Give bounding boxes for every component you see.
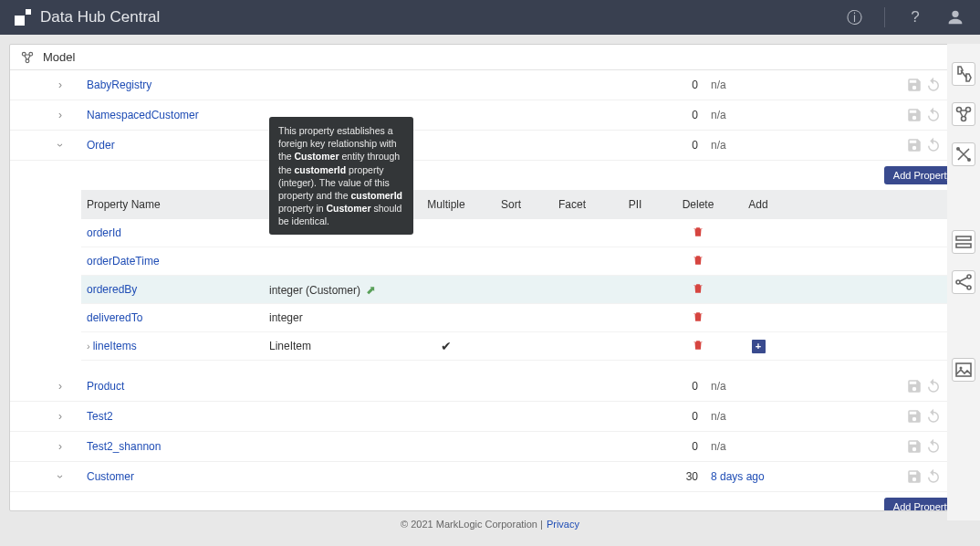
entity-count: 0	[671, 139, 698, 152]
save-icon	[906, 438, 923, 455]
trash-icon[interactable]	[692, 226, 704, 238]
user-icon[interactable]	[945, 7, 965, 27]
entity-name[interactable]: Product	[87, 380, 124, 393]
footer-copyright: © 2021 MarkLogic Corporation |	[401, 519, 543, 530]
chevron-right-icon[interactable]: ›	[54, 79, 67, 91]
entity-row: › Product 0 n/a	[10, 372, 970, 402]
property-name[interactable]: orderedBy	[81, 283, 264, 296]
trash-icon[interactable]	[692, 282, 704, 295]
sidebar-tool-grid-icon[interactable]	[952, 230, 975, 254]
svg-point-11	[967, 275, 971, 278]
svg-point-6	[956, 147, 960, 151]
entity-timestamp: n/a	[698, 410, 780, 423]
entity-actions	[780, 468, 961, 485]
footer-privacy-link[interactable]: Privacy	[547, 519, 579, 530]
col-delete: Delete	[665, 198, 731, 211]
entity-name[interactable]: Test2	[87, 410, 113, 423]
revert-icon	[925, 107, 942, 123]
sidebar-tool-run-icon[interactable]	[952, 62, 975, 86]
right-sidebar	[947, 44, 980, 520]
property-row: deliveredTo integer	[81, 304, 961, 332]
entity-timestamp: n/a	[698, 79, 780, 91]
entity-name[interactable]: NamespacedCustomer	[87, 109, 199, 121]
chevron-down-icon[interactable]: ›	[54, 470, 67, 483]
entity-timestamp: n/a	[698, 139, 780, 152]
revert-icon	[925, 408, 942, 425]
chevron-right-icon[interactable]: ›	[54, 380, 67, 393]
entity-row: › BabyRegistry 0 n/a	[10, 70, 970, 100]
entity-name[interactable]: Test2_shannon	[87, 440, 161, 453]
col-multiple: Multiple	[410, 198, 483, 211]
col-add: Add	[731, 198, 786, 211]
entity-name[interactable]: Customer	[87, 470, 134, 483]
entity-name[interactable]: BabyRegistry	[87, 79, 151, 91]
main-area: Model ✕ › BabyRegistry 0 n/a › Namespace…	[0, 35, 980, 511]
entity-actions	[780, 378, 961, 394]
property-row: orderedBy integer (Customer) ⬈	[81, 276, 961, 304]
panel-title: Model	[43, 50, 75, 64]
entity-actions	[780, 77, 961, 93]
entity-row: › Customer 30 8 days ago	[10, 462, 970, 492]
entity-count: 0	[671, 79, 698, 91]
entity-name[interactable]: Order	[87, 139, 115, 152]
property-name[interactable]: ›lineItems	[81, 340, 264, 352]
chevron-right-icon[interactable]: ›	[87, 341, 90, 352]
entity-timestamp: n/a	[698, 440, 780, 453]
top-bar: Data Hub Central ⓘ ?	[0, 0, 980, 35]
model-panel: Model ✕ › BabyRegistry 0 n/a › Namespace…	[9, 44, 971, 511]
entity-row: › NamespacedCustomer 0 n/a	[10, 100, 970, 131]
property-name[interactable]: deliveredTo	[81, 311, 264, 324]
property-type: LineItem	[264, 340, 410, 352]
sidebar-tool-link-icon[interactable]	[952, 142, 975, 166]
property-row: orderId	[81, 219, 961, 247]
entity-row: › Order 0 n/a	[10, 131, 970, 161]
svg-point-12	[967, 286, 971, 289]
revert-icon	[925, 77, 942, 93]
revert-icon	[925, 468, 942, 485]
trash-icon[interactable]	[692, 310, 704, 323]
entity-count: 0	[671, 380, 698, 393]
chevron-right-icon[interactable]: ›	[54, 410, 67, 423]
svg-point-10	[956, 280, 960, 284]
info-icon[interactable]: ⓘ	[844, 7, 864, 27]
entity-timestamp: n/a	[698, 380, 780, 393]
save-icon	[906, 408, 923, 425]
sidebar-tool-image-icon[interactable]	[952, 358, 975, 382]
property-row: orderDateTime	[81, 247, 961, 276]
entity-count: 0	[671, 440, 698, 453]
trash-icon[interactable]	[692, 339, 704, 352]
entity-timestamp[interactable]: 8 days ago	[698, 470, 780, 483]
entity-count: 30	[671, 470, 698, 483]
app-logo-icon	[15, 9, 31, 26]
add-property-row: Add Property	[10, 161, 970, 190]
property-table-header: Property Name Multiple Sort Facet PII De…	[81, 190, 961, 219]
plus-icon[interactable]: +	[752, 340, 766, 353]
panel-header: Model ✕	[10, 45, 970, 70]
chevron-right-icon[interactable]: ›	[54, 440, 67, 453]
entity-actions	[780, 408, 961, 425]
entity-row: › Test2_shannon 0 n/a	[10, 432, 970, 462]
property-table: Property Name Multiple Sort Facet PII De…	[81, 190, 961, 361]
sidebar-tool-share-icon[interactable]	[952, 270, 975, 294]
svg-rect-8	[956, 236, 971, 240]
svg-point-7	[967, 158, 971, 162]
chevron-down-icon[interactable]: ›	[54, 139, 67, 152]
property-name[interactable]: orderDateTime	[81, 255, 264, 268]
svg-rect-13	[956, 363, 971, 376]
property-name[interactable]: orderId	[81, 226, 264, 239]
trash-icon[interactable]	[692, 254, 704, 267]
entity-row: › Test2 0 n/a	[10, 402, 970, 432]
revert-icon	[925, 378, 942, 394]
chevron-right-icon[interactable]: ›	[54, 109, 67, 121]
col-facet: Facet	[539, 198, 605, 211]
help-icon[interactable]: ?	[905, 7, 925, 27]
property-type: integer (Customer) ⬈	[264, 283, 410, 297]
save-icon	[906, 137, 923, 153]
sidebar-tool-model-icon[interactable]	[952, 102, 975, 126]
save-icon	[906, 107, 923, 123]
svg-rect-9	[956, 244, 971, 247]
col-pii: PII	[605, 198, 665, 211]
entity-actions	[780, 438, 961, 455]
panel-body[interactable]: › BabyRegistry 0 n/a › NamespacedCustome…	[10, 70, 970, 510]
revert-icon	[925, 438, 942, 455]
